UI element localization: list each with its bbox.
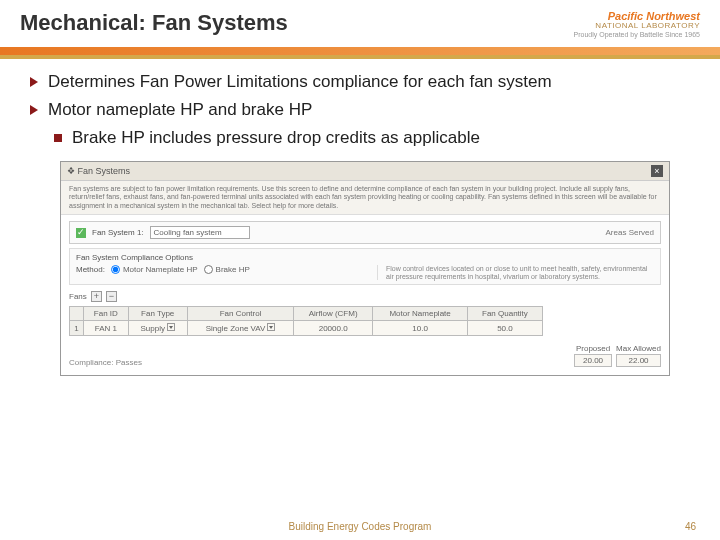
cell-nameplate[interactable]: 10.0 bbox=[372, 321, 467, 336]
checkmark-icon[interactable] bbox=[76, 228, 86, 238]
dropdown-icon[interactable] bbox=[267, 323, 275, 331]
logo-line3: Proudly Operated by Battelle Since 1965 bbox=[574, 31, 700, 39]
fan-system-row: Fan System 1: Cooling fan system Areas S… bbox=[69, 221, 661, 244]
dropdown-icon[interactable] bbox=[167, 323, 175, 331]
close-icon[interactable]: × bbox=[651, 165, 663, 177]
th-fan-type: Fan Type bbox=[128, 307, 187, 321]
bullet-arrow-icon bbox=[30, 105, 38, 115]
page-number: 46 bbox=[685, 521, 696, 532]
th-airflow: Airflow (CFM) bbox=[294, 307, 372, 321]
sub-bullet-1: Brake HP includes pressure drop credits … bbox=[72, 127, 480, 149]
compliance-options: Fan System Compliance Options Method: Mo… bbox=[69, 248, 661, 285]
bullet-arrow-icon bbox=[30, 77, 38, 87]
th-fan-control: Fan Control bbox=[187, 307, 294, 321]
row-index: 1 bbox=[70, 321, 84, 336]
add-fan-button[interactable]: + bbox=[91, 291, 102, 302]
th-fan-id: Fan ID bbox=[84, 307, 129, 321]
compliance-status: Compliance: Passes bbox=[69, 358, 142, 367]
th-nameplate: Motor Nameplate bbox=[372, 307, 467, 321]
screenshot-panel: ❖ Fan Systems × Fan systems are subject … bbox=[60, 161, 670, 377]
logo-line2: NATIONAL LABORATORY bbox=[574, 22, 700, 31]
th-quantity: Fan Quantity bbox=[468, 307, 542, 321]
table-row[interactable]: 1 FAN 1 Supply Single Zone VAV 20000.0 1… bbox=[70, 321, 543, 336]
allowed-value: 22.00 bbox=[616, 354, 661, 367]
cell-fan-id[interactable]: FAN 1 bbox=[84, 321, 129, 336]
footer-program: Building Energy Codes Program bbox=[0, 521, 720, 532]
fans-label: Fans bbox=[69, 292, 87, 301]
flow-control-note: Flow control devices located on or close… bbox=[377, 265, 654, 280]
lab-logo: Pacific Northwest NATIONAL LABORATORY Pr… bbox=[574, 10, 700, 39]
method-label: Method: bbox=[76, 265, 105, 274]
method-nameplate-radio[interactable]: Motor Nameplate HP bbox=[111, 265, 198, 274]
orange-bar bbox=[0, 47, 720, 55]
fans-table: Fan ID Fan Type Fan Control Airflow (CFM… bbox=[69, 306, 543, 336]
bullet-square-icon bbox=[54, 134, 62, 142]
info-text: Fan systems are subject to fan power lim… bbox=[61, 181, 669, 215]
table-header-row: Fan ID Fan Type Fan Control Airflow (CFM… bbox=[70, 307, 543, 321]
remove-fan-button[interactable]: − bbox=[106, 291, 117, 302]
screenshot-header: ❖ Fan Systems × bbox=[61, 162, 669, 181]
method-opt1-label: Motor Nameplate HP bbox=[123, 265, 198, 274]
options-title: Fan System Compliance Options bbox=[76, 253, 654, 262]
allowed-header: Max Allowed bbox=[616, 344, 661, 353]
slide-title: Mechanical: Fan Systems bbox=[20, 10, 288, 36]
proposed-header: Proposed bbox=[574, 344, 612, 353]
method-brake-radio[interactable]: Brake HP bbox=[204, 265, 250, 274]
fan-system-name-input[interactable]: Cooling fan system bbox=[150, 226, 250, 239]
fan-system-label: Fan System 1: bbox=[92, 228, 144, 237]
proposed-value: 20.00 bbox=[574, 354, 612, 367]
bullet-2: Motor nameplate HP and brake HP bbox=[48, 99, 312, 121]
areas-served-link[interactable]: Areas Served bbox=[606, 228, 654, 237]
method-opt2-label: Brake HP bbox=[216, 265, 250, 274]
cell-fan-type[interactable]: Supply bbox=[128, 321, 187, 336]
cell-fan-control[interactable]: Single Zone VAV bbox=[187, 321, 294, 336]
tab-title: Fan Systems bbox=[78, 166, 131, 176]
bullet-1: Determines Fan Power Limitations complia… bbox=[48, 71, 552, 93]
cell-airflow[interactable]: 20000.0 bbox=[294, 321, 372, 336]
cell-quantity[interactable]: 50.0 bbox=[468, 321, 542, 336]
tab-icon: ❖ bbox=[67, 166, 75, 176]
